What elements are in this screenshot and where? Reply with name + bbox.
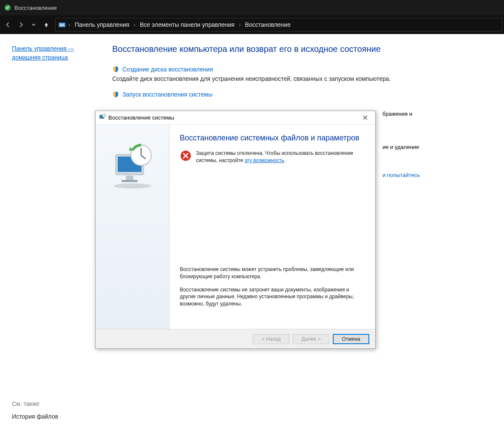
recovery-option: Запуск восстановления системы: [112, 91, 487, 98]
nav-history-dropdown[interactable]: [27, 18, 40, 31]
window-title: Восстановление: [14, 5, 57, 11]
obscured-text-fragment: и попытайтесь: [382, 172, 420, 178]
back-button: < Назад: [253, 334, 289, 344]
obscured-text-fragment: ие и удаление: [382, 144, 419, 150]
address-bar[interactable]: › Панель управления › Все элементы панел…: [55, 18, 502, 31]
system-restore-dialog: Восстановление системы: [95, 111, 376, 349]
address-icon: [58, 21, 66, 29]
crumb-sep-icon: ›: [133, 21, 136, 28]
dialog-title: Восстановление системы: [108, 114, 174, 121]
dialog-heading: Восстановление системных файлов и параме…: [180, 133, 365, 143]
breadcrumb-item[interactable]: Все элементы панели управления: [138, 20, 236, 29]
dialog-sidebar: [96, 125, 170, 329]
svg-rect-2: [59, 23, 65, 26]
crumb-sep-icon: ›: [239, 21, 241, 28]
nav-toolbar: › Панель управления › Все элементы панел…: [0, 15, 504, 34]
control-panel-home-link[interactable]: Панель управления — домашняя страница: [12, 44, 84, 62]
dialog-paragraph: Восстановление системы не затронет ваши …: [180, 286, 365, 308]
configure-protection-link[interactable]: эту возможность: [245, 157, 284, 163]
warning-text-after: .: [284, 157, 285, 163]
recovery-option: Создание диска восстановления Создайте д…: [112, 66, 487, 83]
page-title: Восстановление компьютера или возврат ег…: [112, 44, 487, 54]
error-icon: [180, 150, 192, 162]
obscured-text-fragment: бражения и: [382, 111, 412, 117]
svg-point-5: [114, 183, 151, 188]
cancel-button[interactable]: Отмена: [333, 334, 369, 344]
system-restore-graphic-icon: [107, 140, 158, 191]
shield-icon: [112, 66, 119, 73]
warning-row: Защита системы отключена. Чтобы использо…: [180, 150, 365, 164]
shield-icon: [112, 91, 119, 98]
svg-rect-9: [122, 180, 138, 182]
dialog-close-button[interactable]: [358, 113, 372, 123]
file-history-link[interactable]: История файлов: [12, 413, 99, 420]
dialog-titlebar: Восстановление системы: [96, 111, 375, 125]
create-recovery-disk-link[interactable]: Создание диска восстановления: [122, 66, 213, 73]
app-icon: [4, 4, 11, 11]
nav-up-button[interactable]: [40, 18, 53, 31]
next-button: Далее >: [293, 334, 329, 344]
window-titlebar: Восстановление: [0, 0, 504, 15]
dialog-paragraph: Восстановление системы может устранить п…: [180, 266, 365, 280]
svg-rect-8: [126, 176, 133, 180]
dialog-icon: [99, 114, 106, 122]
crumb-sep-icon: ›: [68, 21, 71, 28]
dialog-main: Восстановление системных файлов и параме…: [170, 125, 375, 329]
sidebar: Панель управления — домашняя страница См…: [0, 34, 102, 425]
nav-forward-button[interactable]: [14, 18, 27, 31]
see-also-label: См. также: [12, 400, 99, 407]
dialog-body: Восстановление системных файлов и параме…: [96, 125, 375, 329]
nav-back-button[interactable]: [2, 18, 14, 31]
breadcrumb-item[interactable]: Панель управления: [73, 20, 131, 29]
breadcrumb-item[interactable]: Восстановление: [244, 20, 292, 29]
item-description: Создайте диск восстановления для устране…: [112, 74, 487, 83]
start-system-restore-link[interactable]: Запуск восстановления системы: [122, 91, 212, 98]
dialog-footer: < Назад Далее > Отмена: [96, 329, 375, 348]
warning-text: Защита системы отключена. Чтобы использо…: [196, 150, 365, 164]
